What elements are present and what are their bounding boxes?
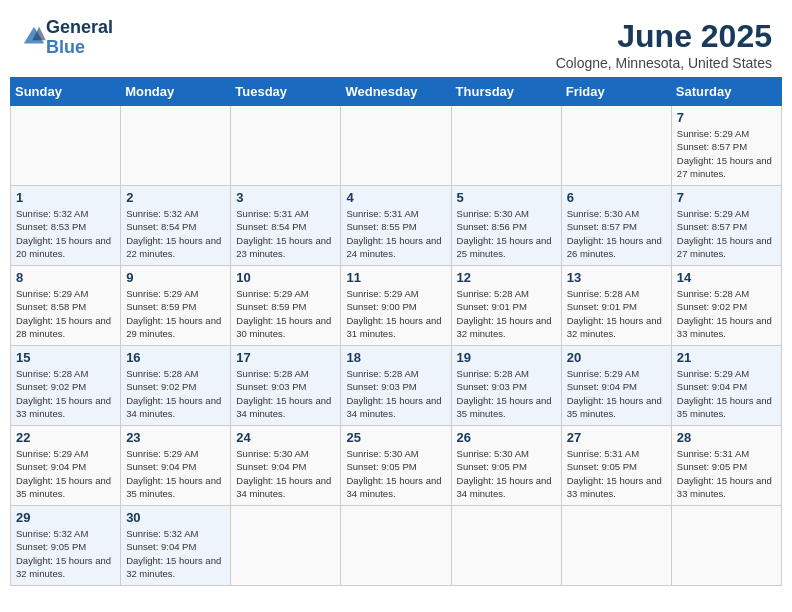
day-number: 14 (677, 270, 776, 285)
calendar-cell (341, 506, 451, 586)
day-info: Sunrise: 5:29 AMSunset: 8:58 PMDaylight:… (16, 287, 115, 340)
calendar-cell: 30Sunrise: 5:32 AMSunset: 9:04 PMDayligh… (121, 506, 231, 586)
calendar-cell: 7Sunrise: 5:29 AMSunset: 8:57 PMDaylight… (671, 106, 781, 186)
day-info: Sunrise: 5:28 AMSunset: 9:01 PMDaylight:… (567, 287, 666, 340)
day-info: Sunrise: 5:29 AMSunset: 8:57 PMDaylight:… (677, 127, 776, 180)
day-number: 28 (677, 430, 776, 445)
day-number: 20 (567, 350, 666, 365)
calendar-week-row: 22Sunrise: 5:29 AMSunset: 9:04 PMDayligh… (11, 426, 782, 506)
month-title: June 2025 (556, 18, 772, 55)
day-number: 12 (457, 270, 556, 285)
day-number: 7 (677, 110, 776, 125)
calendar-cell (341, 106, 451, 186)
calendar-cell: 9Sunrise: 5:29 AMSunset: 8:59 PMDaylight… (121, 266, 231, 346)
day-info: Sunrise: 5:32 AMSunset: 9:05 PMDaylight:… (16, 527, 115, 580)
calendar-cell: 14Sunrise: 5:28 AMSunset: 9:02 PMDayligh… (671, 266, 781, 346)
calendar-cell: 2Sunrise: 5:32 AMSunset: 8:54 PMDaylight… (121, 186, 231, 266)
calendar-cell: 22Sunrise: 5:29 AMSunset: 9:04 PMDayligh… (11, 426, 121, 506)
calendar-cell: 25Sunrise: 5:30 AMSunset: 9:05 PMDayligh… (341, 426, 451, 506)
day-info: Sunrise: 5:29 AMSunset: 9:00 PMDaylight:… (346, 287, 445, 340)
day-info: Sunrise: 5:29 AMSunset: 8:57 PMDaylight:… (677, 207, 776, 260)
calendar-week-row: 29Sunrise: 5:32 AMSunset: 9:05 PMDayligh… (11, 506, 782, 586)
day-info: Sunrise: 5:30 AMSunset: 8:57 PMDaylight:… (567, 207, 666, 260)
calendar-cell: 27Sunrise: 5:31 AMSunset: 9:05 PMDayligh… (561, 426, 671, 506)
calendar-cell: 19Sunrise: 5:28 AMSunset: 9:03 PMDayligh… (451, 346, 561, 426)
day-number: 25 (346, 430, 445, 445)
day-info: Sunrise: 5:31 AMSunset: 8:55 PMDaylight:… (346, 207, 445, 260)
calendar-cell: 21Sunrise: 5:29 AMSunset: 9:04 PMDayligh… (671, 346, 781, 426)
day-info: Sunrise: 5:30 AMSunset: 9:05 PMDaylight:… (457, 447, 556, 500)
day-number: 24 (236, 430, 335, 445)
day-info: Sunrise: 5:30 AMSunset: 9:05 PMDaylight:… (346, 447, 445, 500)
calendar-cell: 16Sunrise: 5:28 AMSunset: 9:02 PMDayligh… (121, 346, 231, 426)
day-info: Sunrise: 5:28 AMSunset: 9:03 PMDaylight:… (236, 367, 335, 420)
day-info: Sunrise: 5:29 AMSunset: 9:04 PMDaylight:… (16, 447, 115, 500)
page-header: GeneralBlue June 2025 Cologne, Minnesota… (10, 10, 782, 77)
calendar-cell: 17Sunrise: 5:28 AMSunset: 9:03 PMDayligh… (231, 346, 341, 426)
logo: GeneralBlue (20, 18, 113, 58)
day-info: Sunrise: 5:31 AMSunset: 9:05 PMDaylight:… (567, 447, 666, 500)
day-number: 16 (126, 350, 225, 365)
day-info: Sunrise: 5:32 AMSunset: 8:54 PMDaylight:… (126, 207, 225, 260)
day-number: 6 (567, 190, 666, 205)
calendar-table: SundayMondayTuesdayWednesdayThursdayFrid… (10, 77, 782, 586)
day-info: Sunrise: 5:29 AMSunset: 9:04 PMDaylight:… (126, 447, 225, 500)
calendar-cell (451, 106, 561, 186)
day-number: 7 (677, 190, 776, 205)
logo-text: GeneralBlue (46, 18, 113, 58)
calendar-cell: 20Sunrise: 5:29 AMSunset: 9:04 PMDayligh… (561, 346, 671, 426)
day-info: Sunrise: 5:28 AMSunset: 9:02 PMDaylight:… (16, 367, 115, 420)
calendar-cell: 6Sunrise: 5:30 AMSunset: 8:57 PMDaylight… (561, 186, 671, 266)
day-number: 8 (16, 270, 115, 285)
day-number: 29 (16, 510, 115, 525)
day-number: 15 (16, 350, 115, 365)
calendar-week-row: 15Sunrise: 5:28 AMSunset: 9:02 PMDayligh… (11, 346, 782, 426)
calendar-cell: 28Sunrise: 5:31 AMSunset: 9:05 PMDayligh… (671, 426, 781, 506)
calendar-cell: 1Sunrise: 5:32 AMSunset: 8:53 PMDaylight… (11, 186, 121, 266)
day-info: Sunrise: 5:28 AMSunset: 9:02 PMDaylight:… (677, 287, 776, 340)
calendar-cell (671, 506, 781, 586)
day-info: Sunrise: 5:29 AMSunset: 8:59 PMDaylight:… (126, 287, 225, 340)
day-info: Sunrise: 5:32 AMSunset: 9:04 PMDaylight:… (126, 527, 225, 580)
location-title: Cologne, Minnesota, United States (556, 55, 772, 71)
calendar-header-row: SundayMondayTuesdayWednesdayThursdayFrid… (11, 78, 782, 106)
day-info: Sunrise: 5:31 AMSunset: 8:54 PMDaylight:… (236, 207, 335, 260)
day-number: 17 (236, 350, 335, 365)
day-info: Sunrise: 5:30 AMSunset: 9:04 PMDaylight:… (236, 447, 335, 500)
day-info: Sunrise: 5:28 AMSunset: 9:02 PMDaylight:… (126, 367, 225, 420)
day-of-week-header: Wednesday (341, 78, 451, 106)
calendar-week-row: 7Sunrise: 5:29 AMSunset: 8:57 PMDaylight… (11, 106, 782, 186)
logo-icon (22, 25, 46, 47)
calendar-cell: 18Sunrise: 5:28 AMSunset: 9:03 PMDayligh… (341, 346, 451, 426)
day-of-week-header: Monday (121, 78, 231, 106)
day-number: 11 (346, 270, 445, 285)
day-info: Sunrise: 5:30 AMSunset: 8:56 PMDaylight:… (457, 207, 556, 260)
day-of-week-header: Tuesday (231, 78, 341, 106)
day-info: Sunrise: 5:29 AMSunset: 9:04 PMDaylight:… (677, 367, 776, 420)
day-number: 22 (16, 430, 115, 445)
calendar-cell: 15Sunrise: 5:28 AMSunset: 9:02 PMDayligh… (11, 346, 121, 426)
day-number: 4 (346, 190, 445, 205)
calendar-cell (11, 106, 121, 186)
day-number: 27 (567, 430, 666, 445)
calendar-cell: 26Sunrise: 5:30 AMSunset: 9:05 PMDayligh… (451, 426, 561, 506)
calendar-cell: 5Sunrise: 5:30 AMSunset: 8:56 PMDaylight… (451, 186, 561, 266)
day-of-week-header: Thursday (451, 78, 561, 106)
day-of-week-header: Sunday (11, 78, 121, 106)
calendar-cell: 29Sunrise: 5:32 AMSunset: 9:05 PMDayligh… (11, 506, 121, 586)
day-number: 1 (16, 190, 115, 205)
calendar-cell: 3Sunrise: 5:31 AMSunset: 8:54 PMDaylight… (231, 186, 341, 266)
day-info: Sunrise: 5:29 AMSunset: 9:04 PMDaylight:… (567, 367, 666, 420)
calendar-cell (561, 106, 671, 186)
day-number: 23 (126, 430, 225, 445)
day-number: 9 (126, 270, 225, 285)
calendar-cell: 8Sunrise: 5:29 AMSunset: 8:58 PMDaylight… (11, 266, 121, 346)
day-number: 21 (677, 350, 776, 365)
day-info: Sunrise: 5:28 AMSunset: 9:01 PMDaylight:… (457, 287, 556, 340)
day-info: Sunrise: 5:29 AMSunset: 8:59 PMDaylight:… (236, 287, 335, 340)
calendar-cell: 23Sunrise: 5:29 AMSunset: 9:04 PMDayligh… (121, 426, 231, 506)
calendar-cell: 4Sunrise: 5:31 AMSunset: 8:55 PMDaylight… (341, 186, 451, 266)
day-number: 5 (457, 190, 556, 205)
calendar-cell: 12Sunrise: 5:28 AMSunset: 9:01 PMDayligh… (451, 266, 561, 346)
calendar-cell (121, 106, 231, 186)
